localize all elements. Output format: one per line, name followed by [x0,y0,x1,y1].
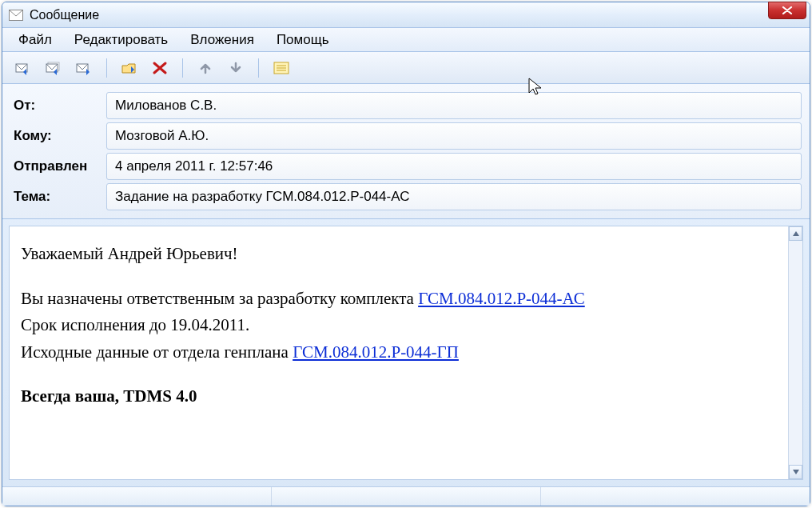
message-window: Сообщение Файл Редактировать Вложения По… [2,2,810,506]
body-signature: Всегда ваша, TDMS 4.0 [21,383,777,410]
body-link-2[interactable]: ГСМ.084.012.Р-044-ГП [293,342,459,362]
window-title: Сообщение [30,8,768,22]
header-sent-row: Отправлен 4 апреля 2011 г. 12:57:46 [10,153,802,180]
vertical-scrollbar[interactable] [788,226,802,479]
header-to-row: Кому: Мозговой А.Ю. [10,122,802,150]
menu-attachments[interactable]: Вложения [179,29,265,51]
sent-value: 4 апреля 2011 г. 12:57:46 [106,153,802,180]
reply-button[interactable] [10,56,36,80]
body-line3: Исходные данные от отдела генплана ГСМ.0… [21,339,777,366]
from-value: Милованов С.В. [106,92,802,119]
reply-all-button[interactable] [41,56,66,80]
body-link-1[interactable]: ГСМ.084.012.Р-044-АС [418,289,585,308]
header-from-row: От: Милованов С.В. [10,92,802,119]
menubar: Файл Редактировать Вложения Помощь [2,28,810,52]
toolbar-separator [258,58,259,78]
scroll-up-button[interactable] [789,226,802,241]
header-subject-row: Тема: Задание на разработку ГСМ.084.012.… [10,183,802,210]
titlebar: Сообщение [2,2,810,28]
to-value: Мозговой А.Ю. [106,122,802,150]
toolbar-separator [182,58,183,78]
sent-label: Отправлен [10,158,106,174]
scroll-track[interactable] [789,241,802,465]
message-headers: От: Милованов С.В. Кому: Мозговой А.Ю. О… [2,84,810,219]
status-cell [272,487,541,506]
envelope-icon [9,10,23,21]
toolbar-separator [106,58,107,78]
subject-value: Задание на разработку ГСМ.084.012.Р-044-… [106,183,802,210]
previous-button[interactable] [193,56,218,80]
body-greeting: Уважаемый Андрей Юрьевич! [21,241,777,268]
message-body-area: Уважаемый Андрей Юрьевич! Вы назначены о… [9,226,803,480]
body-line2: Срок исполнения до 19.04.2011. [21,312,777,339]
statusbar [2,486,810,506]
body-line1-prefix: Вы назначены ответственным за разработку… [21,289,418,308]
properties-button[interactable] [269,56,294,80]
toolbar [2,52,810,84]
menu-edit[interactable]: Редактировать [63,29,179,51]
scroll-down-button[interactable] [789,465,802,479]
menu-file[interactable]: Файл [7,29,63,51]
status-cell [2,487,272,506]
subject-label: Тема: [10,189,106,205]
to-label: Кому: [10,128,106,144]
next-button[interactable] [223,56,249,80]
move-folder-button[interactable] [117,56,142,80]
close-button[interactable] [768,2,806,19]
from-label: От: [10,98,106,114]
message-body: Уважаемый Андрей Юрьевич! Вы назначены о… [10,226,788,479]
menu-help[interactable]: Помощь [265,29,340,51]
status-cell [541,487,810,506]
body-line1: Вы назначены ответственным за разработку… [21,286,777,313]
delete-button[interactable] [147,56,173,80]
body-line3-prefix: Исходные данные от отдела генплана [21,342,293,362]
forward-button[interactable] [71,56,97,80]
